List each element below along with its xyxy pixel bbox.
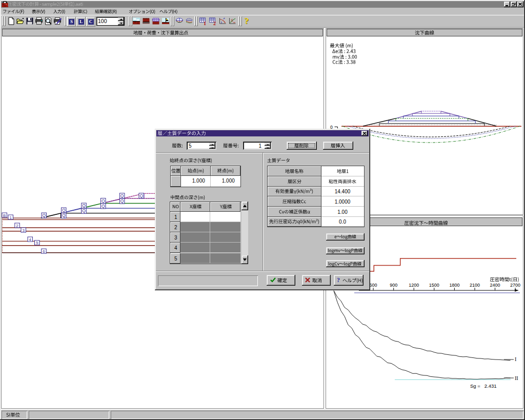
svg-text:2400: 2400: [490, 283, 500, 288]
svg-text:1200: 1200: [409, 283, 419, 288]
svg-text:1800: 1800: [449, 283, 459, 288]
svg-text:1500: 1500: [429, 283, 439, 288]
svg-text:I: I: [515, 356, 516, 362]
svg-text:2700: 2700: [510, 283, 520, 288]
svg-text:900: 900: [390, 283, 397, 288]
svg-text:600: 600: [370, 283, 377, 288]
svg-text:2100: 2100: [470, 283, 480, 288]
svg-text:Sg = 2.431: Sg = 2.431: [470, 383, 497, 389]
svg-text:II: II: [515, 375, 518, 381]
